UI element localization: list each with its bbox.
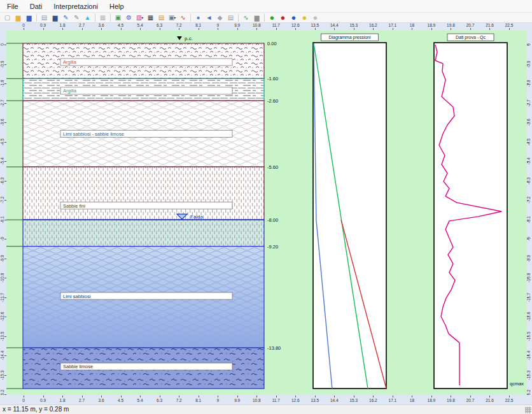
back-arrow-button[interactable]: ◄ — [204, 13, 214, 22]
chart-line-button[interactable]: ∿ — [178, 13, 188, 22]
layer-label: Sabbie limose — [63, 364, 93, 369]
notes-button[interactable]: ▤ — [225, 13, 236, 22]
menu-file[interactable]: File — [1, 0, 24, 13]
ruler-tick — [393, 396, 393, 397]
toolbar-separator — [190, 14, 191, 22]
notes-icon: ▤ — [228, 15, 234, 21]
dropdown-arrow-icon[interactable]: ▾ — [174, 16, 176, 20]
ruler-tick — [4, 64, 6, 65]
print-icon: ▆ — [255, 15, 260, 21]
ruler-tick — [218, 28, 218, 30]
edit-data-button[interactable]: ✎ — [60, 13, 71, 22]
toolbar-separator — [95, 14, 95, 22]
ruler-tick — [527, 220, 529, 220]
histogram-button[interactable]: ▥▾ — [134, 13, 145, 22]
ruler-tick — [527, 45, 529, 45]
menu-dati[interactable]: Dati — [24, 0, 48, 13]
settings-gear-button[interactable]: ⚙ — [123, 13, 134, 22]
layer-label: Sabbie fini — [63, 203, 85, 209]
ruler-tick-label: 15.3 — [350, 398, 358, 403]
ruler-tick — [160, 28, 160, 30]
ruler-tick-label: 18.9 — [428, 398, 436, 403]
ruler-tick-label: 16.2 — [369, 23, 377, 27]
ruler-tick — [527, 200, 529, 201]
ruler-tick — [140, 28, 141, 30]
soil-layer[interactable]: Argilla — [23, 78, 264, 101]
new-document-button[interactable]: ▢ — [2, 13, 13, 22]
edit-page-button[interactable]: ✎ — [71, 13, 82, 22]
soil-layer[interactable]: Limi sabbiosi - sabbie limose — [23, 101, 264, 167]
open-folder-button[interactable]: ▆ — [13, 13, 24, 22]
ground-level-marker-icon — [177, 36, 182, 40]
ruler-tick-label: 7.2 — [176, 23, 182, 27]
qc-diagram-box — [434, 43, 507, 389]
statistics-button[interactable]: ∿ — [241, 13, 251, 22]
picture-button[interactable]: ▆ — [50, 13, 60, 22]
ruler-tick-label: 5.4 — [137, 398, 143, 403]
soil-layer[interactable]: Sabbie limose — [23, 348, 264, 389]
ruler-tick — [62, 396, 63, 397]
preview-icon: ▣ — [115, 15, 121, 21]
ruler-tick-label: 22.5 — [505, 23, 514, 27]
save-button[interactable]: ▆ — [24, 13, 34, 22]
ruler-tick — [527, 103, 529, 104]
ruler-tick — [527, 259, 529, 259]
resize-grip-icon[interactable] — [525, 407, 531, 413]
preview-button[interactable]: ▣ — [113, 13, 123, 22]
soil-layer[interactable]: Sabbie fini — [23, 167, 264, 220]
ruler-tick — [527, 394, 529, 395]
ruler-tick-label: 19.8 — [447, 23, 455, 27]
print-button[interactable]: ▆ — [251, 13, 262, 22]
book-button[interactable]: ▤ — [156, 13, 167, 22]
ruler-tick — [509, 28, 510, 30]
save-icon: ▆ — [27, 15, 32, 21]
ruler-tick-label: 14.4 — [330, 23, 339, 27]
ruler-tick — [431, 28, 432, 30]
ruler-tick-label: 20.7 — [466, 398, 475, 403]
grid-button[interactable]: ▦ — [97, 13, 108, 22]
ruler-tick — [4, 297, 6, 298]
dropdown-arrow-icon[interactable]: ▾ — [141, 16, 143, 20]
sphere-blue-button[interactable]: ● — [288, 13, 299, 22]
ruler-tick-label: 13.5 — [311, 23, 319, 27]
sphere-silver-button[interactable]: ● — [310, 13, 321, 22]
layer-label-box[interactable] — [60, 87, 232, 94]
ruler-tick-label: -16.2 — [527, 385, 532, 395]
export-report-button[interactable]: ▤ — [39, 13, 50, 22]
menu-interpretazioni[interactable]: Interpretazioni — [48, 0, 104, 13]
cone-test-button[interactable]: ▲ — [82, 13, 93, 22]
drawing-canvas[interactable]: ArgillaArgillaLimi sabbiosi - sabbie lim… — [6, 31, 527, 395]
ruler-tick — [527, 336, 529, 337]
ruler-tick — [179, 396, 179, 397]
layer-label-box[interactable] — [60, 202, 232, 209]
layer-pattern — [23, 220, 264, 246]
ruler-tick — [24, 396, 24, 397]
layer-label-box[interactable] — [60, 59, 232, 66]
diagram-button[interactable]: ▣▾ — [167, 13, 178, 22]
ruler-tick — [179, 28, 179, 30]
solid-3d-button[interactable]: ◆ — [214, 13, 225, 22]
ruler-tick — [334, 396, 335, 397]
soil-layer[interactable]: Argilla — [23, 43, 264, 78]
ruler-tick-label: 0.9 — [40, 23, 46, 27]
sphere-red-button[interactable]: ● — [277, 13, 288, 22]
ruler-tick-label: 3.6 — [99, 398, 104, 403]
sphere-yellow-button[interactable]: ● — [299, 13, 310, 22]
table-button[interactable]: ▦ — [145, 13, 156, 22]
menu-help[interactable]: Help — [104, 0, 130, 13]
ruler-tick — [4, 200, 6, 201]
soil-layer[interactable]: Limi sabbiosi — [23, 246, 264, 348]
ruler-tick-label: 12.6 — [291, 23, 300, 27]
globe-button[interactable]: ● — [193, 13, 204, 22]
sphere-green-button[interactable]: ● — [267, 13, 277, 22]
layer-label: Limi sabbiosi — [63, 294, 91, 299]
soil-layer[interactable] — [23, 220, 264, 246]
picture-icon: ▆ — [53, 15, 58, 21]
ruler-tick-label: 10.8 — [253, 398, 261, 403]
ruler-tick — [527, 161, 529, 162]
ruler-tick-label: -16.2 — [0, 385, 6, 395]
ruler-tick-label: 8.1 — [195, 398, 201, 403]
ruler-tick — [527, 83, 529, 84]
ruler-tick — [237, 28, 238, 30]
ruler-tick — [121, 396, 122, 397]
